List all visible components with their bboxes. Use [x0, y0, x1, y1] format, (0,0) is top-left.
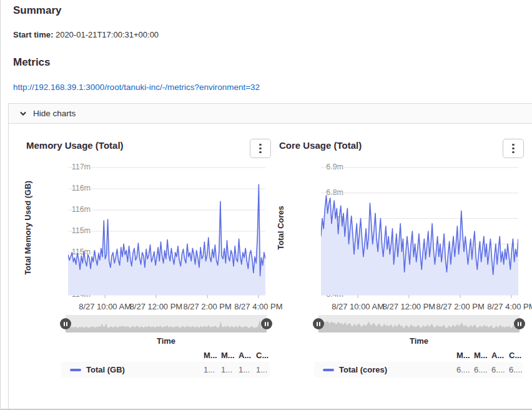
- time-range-slider[interactable]: [318, 315, 520, 332]
- hide-charts-label: Hide charts: [33, 109, 76, 118]
- summary-heading: Summary: [13, 4, 61, 17]
- slider-handle-right[interactable]: [261, 318, 272, 329]
- kebab-dot-icon: [259, 144, 262, 146]
- legend-value: 1...: [231, 365, 249, 374]
- x-tick-label: 8/27 12:00 PM: [383, 302, 436, 311]
- legend-table: M...M...A...C... Total (cores) 6....6...…: [314, 349, 523, 378]
- x-tick-label: 8/27 4:00 PM: [487, 302, 532, 311]
- legend-value: 6....: [484, 365, 501, 374]
- kebab-menu-button[interactable]: [250, 139, 271, 158]
- kebab-dot-icon: [512, 148, 515, 150]
- legend-column-header: C...: [249, 351, 266, 360]
- x-tick-label: 8/27 10:00 AM: [79, 302, 131, 311]
- x-axis-labels: 8/27 10:00 AM8/27 12:00 PM8/27 2:00 PM8/…: [26, 302, 271, 312]
- legend-value: 6....: [501, 365, 519, 374]
- charts-container: Memory Usage (Total) Total Memory Used (…: [9, 124, 532, 378]
- x-axis-title: Time: [66, 336, 267, 346]
- chart-header: Memory Usage (Total): [26, 139, 271, 160]
- start-time-label: Start time:: [13, 30, 53, 39]
- legend-row[interactable]: Total (cores) 6....6....6....6....: [314, 362, 523, 378]
- series-label: Total (GB): [86, 365, 125, 374]
- slider-handle-right[interactable]: [514, 318, 525, 329]
- start-time-value: 2020-01-21T17:00:31+00:00: [56, 30, 159, 39]
- legend-value: 6....: [449, 365, 466, 374]
- legend-column-header: M...: [196, 351, 214, 360]
- legend-value: 1...: [196, 365, 214, 374]
- legend-column-header: A...: [484, 351, 501, 360]
- kebab-dot-icon: [259, 151, 262, 154]
- legend-row[interactable]: Total (GB) 1...1...1...1...: [61, 362, 270, 378]
- kebab-dot-icon: [512, 144, 515, 146]
- x-tick-label: 8/27 12:00 PM: [130, 302, 183, 311]
- slider-silhouette: [318, 315, 520, 332]
- series-label: Total (cores): [339, 365, 387, 374]
- chart-plot-area: Total Memory Used (GB) 117m116m116m115m1…: [26, 160, 271, 310]
- chevron-down-icon: [19, 110, 27, 118]
- slider-handle-left[interactable]: [60, 318, 71, 329]
- legend-table: M...M...A...C... Total (GB) 1...1...1...…: [61, 349, 270, 378]
- hide-charts-toggle[interactable]: Hide charts: [9, 104, 532, 124]
- summary-section: Summary Start time: 2020-01-21T17:00:31+…: [1, 0, 532, 103]
- time-range-slider[interactable]: [66, 315, 267, 332]
- chart-plot-area: Total Cores 6.9m6.8m6.7m6.6m6.5m6.4m 8/2…: [279, 160, 524, 310]
- legend-value: 1...: [214, 365, 231, 374]
- kebab-dot-icon: [259, 148, 262, 150]
- chart-title: Memory Usage (Total): [26, 139, 124, 151]
- slider-handle-left[interactable]: [313, 318, 324, 329]
- start-time-line: Start time: 2020-01-21T17:00:31+00:00: [13, 30, 159, 39]
- x-tick-label: 8/27 2:00 PM: [436, 302, 484, 311]
- x-tick-label: 8/27 10:00 AM: [332, 302, 384, 311]
- charts-panel: Hide charts Memory Usage (Total) Total M…: [8, 103, 532, 410]
- y-axis-title: Total Cores: [273, 160, 287, 295]
- chart-header: Core Usage (Total): [279, 139, 524, 160]
- metrics-heading: Metrics: [13, 56, 51, 69]
- chart-canvas[interactable]: [321, 166, 518, 301]
- metrics-page: Summary Start time: 2020-01-21T17:00:31+…: [0, 0, 532, 410]
- legend-header-row: M...M...A...C...: [61, 349, 270, 362]
- chart-canvas[interactable]: [68, 166, 265, 301]
- series-color-swatch: [70, 369, 81, 371]
- legend-column-header: M...: [466, 351, 484, 360]
- x-tick-label: 8/27 2:00 PM: [183, 302, 231, 311]
- legend-column-header: C...: [501, 351, 519, 360]
- legend-column-header: M...: [214, 351, 231, 360]
- legend-header-row: M...M...A...C...: [314, 349, 523, 362]
- legend-value: 1...: [249, 365, 266, 374]
- chart-title: Core Usage (Total): [279, 139, 362, 151]
- legend-column-header: M...: [449, 351, 466, 360]
- legend-column-header: A...: [231, 351, 249, 360]
- x-tick-label: 8/27 4:00 PM: [234, 302, 282, 311]
- legend-value: 6....: [466, 365, 484, 374]
- x-axis-labels: 8/27 10:00 AM8/27 12:00 PM8/27 2:00 PM8/…: [279, 302, 524, 312]
- kebab-menu-button[interactable]: [503, 139, 524, 158]
- slider-silhouette: [66, 315, 267, 332]
- y-axis-title: Total Memory Used (GB): [21, 160, 34, 295]
- metrics-url-link[interactable]: http://192.168.39.1:3000/root/tanuki-inc…: [13, 82, 260, 92]
- chart-card-cores: Core Usage (Total) Total Cores 6.9m6.8m6…: [279, 139, 524, 378]
- kebab-dot-icon: [512, 151, 515, 154]
- chart-card-memory: Memory Usage (Total) Total Memory Used (…: [26, 139, 271, 378]
- series-color-swatch: [323, 369, 334, 371]
- x-axis-title: Time: [318, 336, 520, 346]
